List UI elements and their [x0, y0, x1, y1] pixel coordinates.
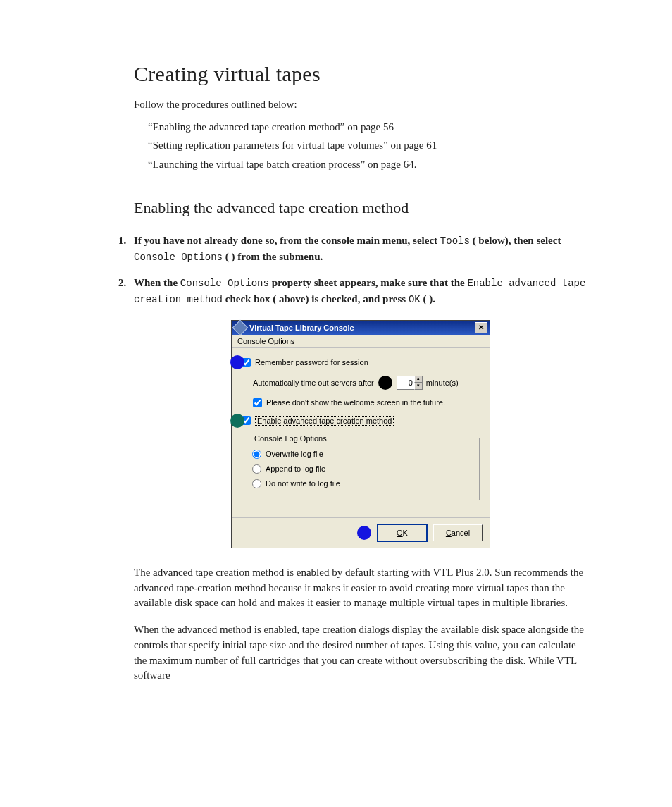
- ok-button-u: O: [397, 529, 403, 537]
- radio-nowrite-row: Do not write to log file: [252, 479, 469, 488]
- step-2-text-a: When the: [134, 277, 180, 288]
- console-options-dialog: Virtual Tape Library Console ✕ Console O…: [231, 320, 490, 548]
- ok-button-rest: K: [403, 529, 408, 537]
- console-options-literal: Console Options: [134, 252, 223, 263]
- step-2-text-b: property sheet appears, make sure that t…: [269, 277, 468, 288]
- body-paragraph-1: The advanced tape creation method is ena…: [134, 565, 587, 611]
- timeout-label-pre: Automatically time out servers after: [253, 378, 374, 387]
- timeout-value: 0: [397, 378, 414, 387]
- dialog-footer: OK Cancel: [232, 517, 490, 548]
- step-1: If you have not already done so, from th…: [134, 233, 587, 265]
- dialog-menubar[interactable]: Console Options: [232, 335, 490, 348]
- document-page: Creating virtual tapes Follow the proced…: [0, 0, 672, 807]
- radio-nowrite-label: Do not write to log file: [266, 479, 340, 488]
- step-1-text-a: If you have not already done so, from th…: [134, 235, 440, 246]
- reference-item: “Launching the virtual tape batch creati…: [148, 155, 587, 173]
- no-welcome-checkbox[interactable]: [253, 398, 262, 407]
- log-options-group: Console Log Options Overwrite log file A…: [242, 434, 480, 500]
- console-options-menu-text: Console Options: [237, 337, 294, 345]
- ok-button[interactable]: OK: [377, 524, 428, 542]
- step-2: When the Console Options property sheet …: [134, 275, 587, 307]
- system-icon: [232, 319, 249, 335]
- spinner-down-icon[interactable]: ▼: [414, 383, 423, 390]
- timeout-spinner[interactable]: 0 ▲ ▼: [397, 376, 423, 390]
- reference-list: “Enabling the advanced tape creation met…: [134, 118, 587, 173]
- close-button[interactable]: ✕: [475, 322, 487, 333]
- callout-marker-black-icon: [378, 376, 392, 390]
- spinner-arrows[interactable]: ▲ ▼: [414, 376, 423, 390]
- intro-text: Follow the procedures outlined below:: [134, 99, 587, 111]
- ok-literal: OK: [409, 294, 421, 305]
- body-paragraph-2: When the advanced method is enabled, tap…: [134, 622, 587, 684]
- radio-append[interactable]: [252, 464, 261, 474]
- log-options-legend: Console Log Options: [252, 434, 329, 443]
- timeout-label-post: minute(s): [426, 378, 459, 387]
- radio-append-row: Append to log file: [252, 464, 469, 474]
- step-2-text-c: check box ( above) is checked, and press: [223, 293, 409, 304]
- dialog-body: Remember password for session Automatica…: [232, 348, 490, 517]
- callout-marker-blue-icon: [230, 355, 244, 369]
- remember-password-row: Remember password for session: [242, 358, 480, 367]
- step-1-text-b: ( below), then select: [470, 235, 561, 246]
- dialog-titlebar: Virtual Tape Library Console ✕: [232, 321, 490, 335]
- callout-marker-teal-icon: [230, 414, 244, 428]
- no-welcome-label: Please don't show the welcome screen in …: [266, 398, 445, 407]
- radio-overwrite-row: Overwrite log file: [252, 450, 469, 459]
- dialog-screenshot-wrap: Virtual Tape Library Console ✕ Console O…: [134, 320, 587, 548]
- no-welcome-row: Please don't show the welcome screen in …: [242, 398, 480, 407]
- reference-item: “Setting replication parameters for virt…: [148, 136, 587, 154]
- adv-tape-label: Enable advanced tape creation method: [255, 416, 394, 426]
- radio-append-label: Append to log file: [266, 464, 325, 473]
- cancel-button-u: C: [446, 529, 452, 537]
- reference-item: “Enabling the advanced tape creation met…: [148, 118, 587, 136]
- step-1-text-c: ( ) from the submenu.: [223, 251, 323, 262]
- radio-overwrite-label: Overwrite log file: [266, 450, 323, 458]
- tools-menu-literal: Tools: [440, 235, 470, 247]
- dialog-title-text: Virtual Tape Library Console: [249, 324, 475, 332]
- radio-overwrite[interactable]: [252, 450, 261, 459]
- console-options-literal-2: Console Options: [180, 278, 269, 289]
- radio-nowrite[interactable]: [252, 479, 261, 488]
- adv-tape-row: Enable advanced tape creation method: [242, 416, 480, 426]
- cancel-button-rest: ancel: [452, 529, 470, 537]
- cancel-button[interactable]: Cancel: [433, 524, 483, 541]
- timeout-row: Automatically time out servers after 0 ▲…: [242, 376, 480, 390]
- section-heading: Enabling the advanced tape creation meth…: [134, 199, 587, 217]
- callout-marker-blue-ok-icon: [357, 526, 371, 540]
- step-list: If you have not already done so, from th…: [134, 233, 587, 307]
- page-title: Creating virtual tapes: [134, 62, 587, 86]
- spinner-up-icon[interactable]: ▲: [414, 376, 423, 383]
- remember-password-label: Remember password for session: [255, 358, 368, 366]
- step-2-text-d: ( ).: [421, 293, 435, 304]
